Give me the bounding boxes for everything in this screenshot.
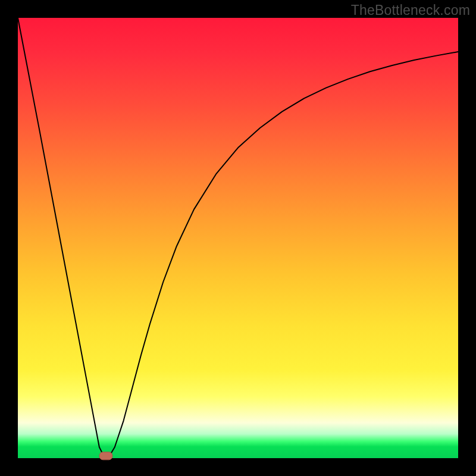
bottleneck-curve <box>18 18 458 456</box>
optimal-point-marker <box>99 452 112 460</box>
watermark-text: TheBottleneck.com <box>351 2 470 18</box>
chart-svg-overlay <box>18 18 458 458</box>
chart-frame: TheBottleneck.com <box>0 0 476 476</box>
